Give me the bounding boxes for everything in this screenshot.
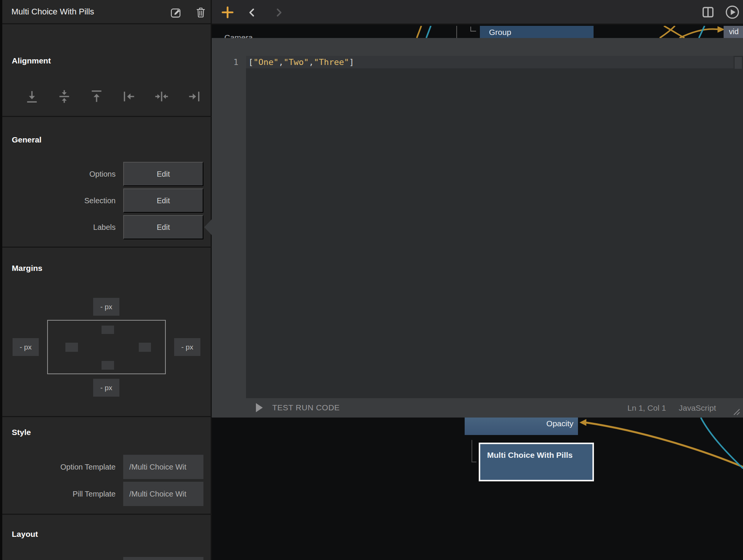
popup-anchor-caret [204,219,212,235]
code-token: , [309,57,314,67]
code-token: "One" [253,57,278,67]
margin-right-field[interactable]: - px [174,338,200,356]
resize-grip-icon[interactable] [730,408,740,417]
pill-template-label: Pill Template [2,490,116,498]
alignment-toolbar [24,86,202,107]
node-multi-choice-with-pills[interactable]: Multi Choice With Pills [479,443,594,481]
align-bottom-icon[interactable] [24,87,40,106]
cursor-position: Ln 1, Col 1 [627,403,666,413]
align-vertical-center-icon[interactable] [56,87,73,106]
node-canvas-top: Camera Group vid [212,26,743,38]
code-token: ] [349,57,354,67]
rename-pencil-icon[interactable] [170,6,182,19]
add-node-icon[interactable] [221,6,234,21]
canvas-toolbar [212,0,743,25]
pill-template-field[interactable]: /Multi Choice Wit [123,482,203,506]
code-area[interactable] [246,56,733,398]
code-editor-popup: 1 ["One","Two","Three"] TEST RUN CODE Ln… [212,38,743,418]
forward-icon[interactable] [274,7,284,19]
split-view-icon[interactable] [702,6,714,20]
margin-top-field[interactable]: - px [93,298,119,316]
properties-panel: Multi Choice With Pills Alignment [2,0,212,560]
test-run-code-label: TEST RUN CODE [272,403,340,412]
section-divider [2,116,212,117]
section-divider [2,514,212,515]
code-token: "Two" [284,57,309,67]
editor-scrollbar [733,56,743,398]
margin-diagram-box [47,320,166,374]
trash-icon[interactable] [195,6,207,19]
play-icon [256,403,263,413]
margin-bottom-field[interactable]: - px [93,379,119,397]
selection-edit-button[interactable]: Edit [123,188,203,213]
node-camera[interactable]: Camera [224,33,253,38]
code-token: [ [248,57,253,67]
connection-wires [212,26,743,38]
margin-left-field[interactable]: - px [13,338,39,356]
padding-bottom-handle [102,361,114,370]
align-right-icon[interactable] [186,87,202,106]
hierarchy-bracket [472,440,476,462]
alignment-section-label: Alignment [12,56,51,65]
code-token: "Three" [314,57,349,67]
language-label: JavaScript [679,403,716,413]
align-horizontal-center-icon[interactable] [153,87,170,106]
test-run-code-button[interactable]: TEST RUN CODE [256,403,340,413]
labels-label: Labels [2,223,116,232]
labels-edit-button[interactable]: Edit [123,215,203,239]
code-line[interactable]: ["One","Two","Three"] [248,57,354,67]
option-template-label: Option Template [2,463,116,471]
options-edit-button[interactable]: Edit [123,162,203,186]
panel-header: Multi Choice With Pills [2,0,211,24]
editor-status-bar: TEST RUN CODE Ln 1, Col 1 JavaScript [212,398,743,418]
style-section-label: Style [12,428,31,437]
run-preview-icon[interactable] [725,5,740,21]
code-token: , [278,57,283,67]
layout-section-label: Layout [12,530,38,539]
options-label: Options [2,170,116,179]
back-icon[interactable] [247,7,257,19]
general-section-label: General [12,135,41,144]
align-left-icon[interactable] [121,87,138,106]
line-number: 1 [212,57,238,67]
panel-title: Multi Choice With Pills [11,7,94,17]
node-group[interactable]: Group [480,26,594,38]
node-canvas-bottom: Opacity Multi Choice With Pills [212,418,743,560]
align-top-icon[interactable] [88,87,105,106]
layout-field-partial[interactable] [123,557,203,560]
padding-top-handle [102,326,114,334]
selection-label: Selection [2,196,116,205]
node-vid[interactable]: vid [724,26,743,38]
section-divider [2,247,212,248]
node-opacity[interactable]: Opacity [465,418,578,435]
connection-wires [212,418,743,560]
scrollbar-thumb[interactable] [735,57,742,69]
padding-left-handle [65,343,78,352]
node-opacity-label: Opacity [546,419,573,428]
padding-right-handle [139,343,151,352]
section-divider [2,416,212,417]
option-template-field[interactable]: /Multi Choice Wit [123,455,203,479]
margins-section-label: Margins [12,264,43,273]
